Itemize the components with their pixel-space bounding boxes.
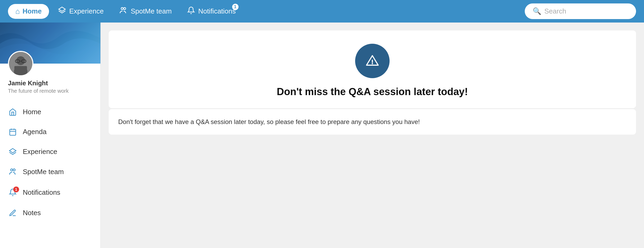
profile-banner [0,23,100,64]
sidebar-notifications-label: Notifications [23,188,60,197]
agenda-icon [8,128,17,136]
notifications-badge: 1 [232,4,239,10]
sidebar-nav: Home Agenda [0,99,100,248]
svg-point-2 [124,7,126,10]
svg-marker-0 [59,7,65,11]
sidebar-item-notifications[interactable]: 1 Notifications [0,182,100,203]
content-area: Don't miss the Q&A session later today! … [101,23,644,248]
notes-icon [8,209,17,217]
bell-icon [187,6,195,16]
notifications-nav-item[interactable]: 1 Notifications [181,3,242,19]
layers-icon [58,6,66,16]
svg-point-15 [11,169,13,171]
notification-icon-area [109,30,636,86]
sidebar-spotme-label: SpotMe team [23,168,64,176]
team-icon [119,6,127,16]
home-icon [8,108,17,116]
svg-point-19 [372,63,373,64]
sidebar-item-home[interactable]: Home [0,102,100,122]
sidebar-home-label: Home [23,108,41,116]
sidebar-item-agenda[interactable]: Agenda [0,122,100,142]
notification-card: Don't miss the Q&A session later today! [109,30,636,108]
spotme-nav-label: SpotMe team [131,7,172,15]
sidebar-item-spotme[interactable]: SpotMe team [0,162,100,182]
experience-nav-label: Experience [69,7,104,15]
notification-body-text: Don't forget that we have a Q&A session … [118,117,627,127]
sidebar-item-experience[interactable]: Experience [0,142,100,162]
profile-name: Jamie Knight [8,79,92,87]
sidebar-experience-label: Experience [23,148,57,156]
top-navigation: ⌂ Home Experience SpotMe team [0,0,644,23]
sidebar-notes-label: Notes [23,209,41,217]
home-icon: ⌂ [15,7,20,16]
svg-point-1 [121,7,123,10]
search-box[interactable]: 🔍 Search [525,3,636,19]
notification-body-card: Don't forget that we have a Q&A session … [109,109,636,135]
profile-subtitle: The future of remote work [8,88,92,94]
notifications-nav-label: Notifications [198,7,236,15]
spotme-icon [8,167,17,176]
svg-point-4 [16,56,25,65]
notification-circle [355,44,390,78]
svg-rect-10 [10,129,16,135]
home-nav-label: Home [23,7,42,15]
svg-marker-14 [10,148,16,153]
avatar [8,51,33,76]
bell-sidebar-icon: 1 [8,188,17,197]
search-icon: 🔍 [533,7,541,15]
svg-point-16 [13,169,15,171]
sidebar-notifications-badge: 1 [13,187,19,192]
search-placeholder: Search [544,7,566,15]
notification-title: Don't miss the Q&A session later today! [109,86,636,108]
experience-nav-item[interactable]: Experience [52,3,110,19]
profile-info: Jamie Knight The future of remote work [0,79,100,99]
sidebar-agenda-label: Agenda [23,128,47,136]
main-layout: Jamie Knight The future of remote work H… [0,23,644,248]
sidebar: Jamie Knight The future of remote work H… [0,23,101,248]
sidebar-item-notes[interactable]: Notes [0,203,100,223]
layers-icon [8,148,17,156]
spotme-nav-item[interactable]: SpotMe team [113,3,178,20]
svg-rect-6 [14,66,27,75]
home-nav-button[interactable]: ⌂ Home [8,4,49,19]
